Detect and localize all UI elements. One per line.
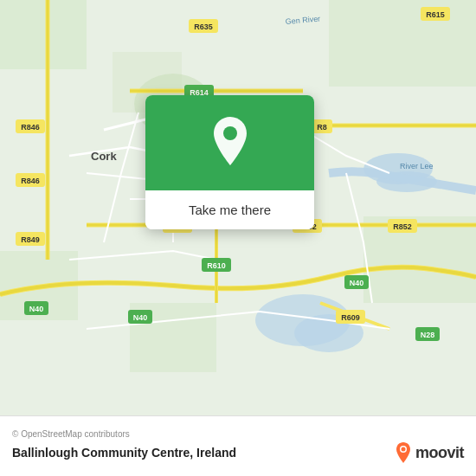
svg-text:N40: N40 [29,305,44,313]
svg-rect-6 [329,0,476,87]
svg-text:R609: R609 [341,313,360,322]
location-pin-icon [208,117,253,169]
popup-green-area [145,95,314,190]
svg-text:R849: R849 [21,235,40,244]
svg-text:R610: R610 [207,261,226,270]
map-container: R635 R614 R846 R846 R8 R849 R851 R852 R8… [0,0,476,415]
svg-text:R846: R846 [21,123,40,132]
svg-text:River Lee: River Lee [400,162,434,170]
popup-card: Take me there [145,95,314,229]
svg-point-47 [223,126,237,140]
svg-point-49 [401,447,405,452]
svg-text:Cork: Cork [91,150,117,163]
moovit-logo: moovit [395,442,464,463]
svg-text:R846: R846 [21,177,40,185]
svg-text:N28: N28 [421,331,435,339]
svg-text:R615: R615 [426,10,445,19]
location-row: Ballinlough Community Centre, Ireland mo… [12,442,464,463]
moovit-pin-icon [395,442,412,463]
bottom-bar: © OpenStreetMap contributors Ballinlough… [0,415,476,476]
svg-text:N40: N40 [133,313,148,322]
svg-text:R635: R635 [194,23,213,31]
svg-text:R852: R852 [393,222,412,231]
svg-rect-9 [363,216,476,303]
svg-text:R8: R8 [317,123,327,132]
svg-text:N40: N40 [350,279,364,287]
take-me-there-button[interactable]: Take me there [145,190,314,229]
copyright-text: © OpenStreetMap contributors [12,429,464,439]
moovit-brand-text: moovit [415,444,464,462]
location-name: Ballinlough Community Centre, Ireland [12,446,236,460]
svg-rect-5 [0,0,87,69]
